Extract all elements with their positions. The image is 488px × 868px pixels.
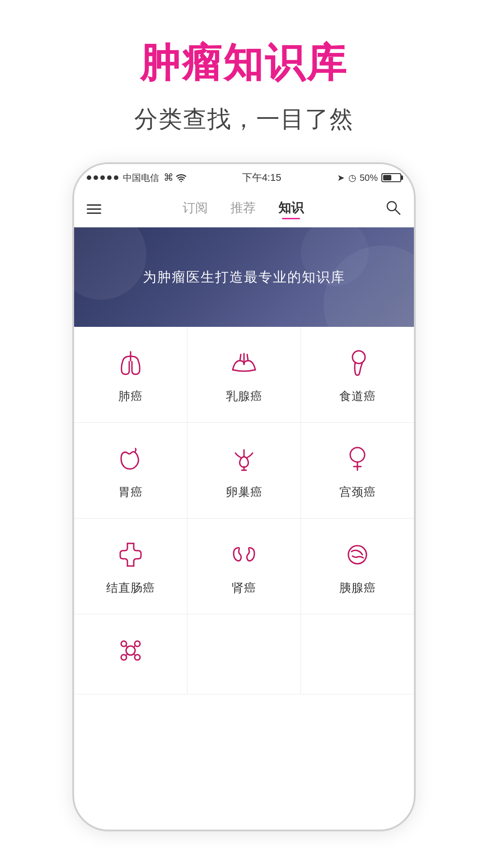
- svg-line-4: [240, 354, 241, 361]
- tab-subscribe[interactable]: 订阅: [183, 199, 208, 219]
- svg-line-20: [126, 646, 127, 647]
- svg-point-18: [121, 655, 127, 660]
- kidney-icon: [226, 537, 262, 573]
- status-right: ➤ ◷ 50%: [337, 172, 401, 183]
- signal-dots: [87, 175, 118, 180]
- category-cervix[interactable]: 宫颈癌: [301, 423, 414, 518]
- category-lung[interactable]: 肺癌: [74, 327, 188, 422]
- grid-row-4: [74, 614, 414, 694]
- banner: 为肿瘤医生打造最专业的知识库: [74, 227, 414, 327]
- svg-line-5: [247, 354, 248, 361]
- svg-point-9: [350, 448, 365, 462]
- svg-point-14: [348, 546, 366, 564]
- colon-icon: [113, 537, 149, 573]
- cervix-icon: [339, 441, 375, 477]
- grid-row-3: 结直肠癌 肾癌: [74, 519, 414, 614]
- svg-point-1: [387, 202, 396, 211]
- category-esophagus[interactable]: 食道癌: [301, 327, 414, 422]
- svg-line-22: [126, 654, 127, 656]
- svg-point-16: [121, 641, 127, 646]
- tab-recommend[interactable]: 推荐: [230, 199, 256, 219]
- category-empty-1: [188, 614, 301, 694]
- pancreas-icon: [339, 537, 375, 573]
- svg-line-21: [134, 646, 135, 647]
- stomach-icon: [113, 441, 149, 477]
- nav-tabs: 订阅 推荐 知识: [183, 199, 304, 219]
- lymph-icon: [113, 632, 149, 669]
- grid-row-2: 胃癌 卵巢癌: [74, 423, 414, 519]
- colon-label: 结直肠癌: [106, 580, 155, 596]
- svg-point-6: [352, 351, 365, 363]
- battery-percent: 50%: [360, 173, 378, 183]
- category-lymph[interactable]: [74, 614, 188, 694]
- phone-mockup: 中国电信 ⌘ 下午4:15 ➤ ◷ 50%: [72, 162, 416, 831]
- breast-icon: [226, 345, 262, 381]
- page-header: 肿瘤知识库 分类查找，一目了然: [0, 0, 488, 162]
- category-colon[interactable]: 结直肠癌: [74, 519, 188, 614]
- svg-point-17: [135, 641, 140, 646]
- ovary-label: 卵巢癌: [226, 484, 263, 500]
- status-bar: 中国电信 ⌘ 下午4:15 ➤ ◷ 50%: [74, 164, 414, 191]
- nav-bar: 订阅 推荐 知识: [74, 191, 414, 227]
- breast-label: 乳腺癌: [226, 388, 263, 404]
- carrier-label: 中国电信: [123, 172, 159, 184]
- location-icon: ➤: [337, 172, 345, 183]
- kidney-label: 肾癌: [232, 580, 256, 596]
- cervix-label: 宫颈癌: [339, 484, 376, 500]
- svg-point-0: [181, 181, 182, 182]
- grid-row-1: 肺癌 乳腺癌: [74, 327, 414, 423]
- category-ovary[interactable]: 卵巢癌: [188, 423, 301, 518]
- ovary-icon: [226, 441, 262, 477]
- category-empty-2: [301, 614, 414, 694]
- battery-icon: [381, 173, 401, 182]
- pancreas-label: 胰腺癌: [339, 580, 376, 596]
- banner-text: 为肿瘤医生打造最专业的知识库: [143, 268, 345, 287]
- wifi-icon: ⌘: [164, 172, 186, 184]
- esophagus-label: 食道癌: [339, 388, 376, 404]
- lung-label: 肺癌: [118, 388, 143, 404]
- svg-point-19: [135, 655, 140, 660]
- status-left: 中国电信 ⌘: [87, 172, 186, 184]
- lung-icon: [113, 345, 149, 381]
- svg-line-2: [395, 210, 400, 214]
- menu-button[interactable]: [87, 204, 101, 214]
- svg-line-23: [134, 654, 135, 656]
- esophagus-icon: [339, 345, 375, 381]
- stomach-label: 胃癌: [118, 484, 143, 500]
- tab-knowledge[interactable]: 知识: [278, 199, 304, 219]
- alarm-icon: ◷: [348, 172, 356, 183]
- category-grid: 肺癌 乳腺癌: [74, 327, 414, 694]
- search-button[interactable]: [385, 199, 401, 219]
- time-label: 下午4:15: [242, 171, 282, 184]
- category-kidney[interactable]: 肾癌: [188, 519, 301, 614]
- category-pancreas[interactable]: 胰腺癌: [301, 519, 414, 614]
- page-subtitle: 分类查找，一目了然: [134, 104, 354, 135]
- page-title: 肿瘤知识库: [140, 36, 348, 90]
- category-breast[interactable]: 乳腺癌: [188, 327, 301, 422]
- category-stomach[interactable]: 胃癌: [74, 423, 188, 518]
